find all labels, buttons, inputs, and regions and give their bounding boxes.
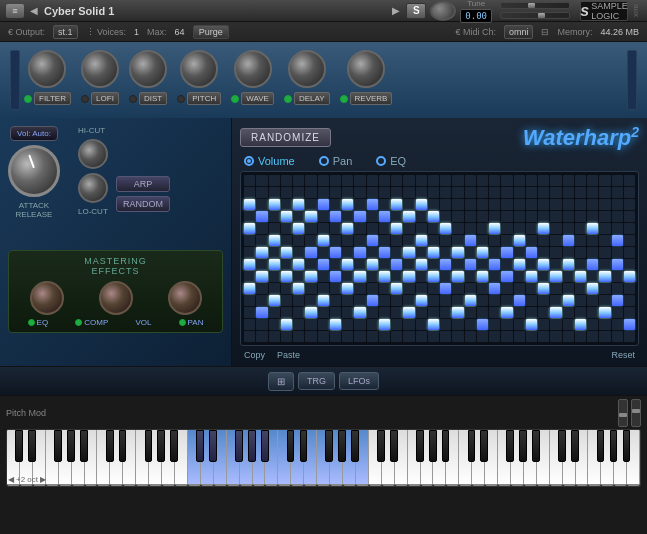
tune-slider-1[interactable] <box>500 2 570 9</box>
step-cell[interactable] <box>624 187 635 198</box>
step-cell[interactable] <box>256 223 267 234</box>
step-cell[interactable] <box>526 235 537 246</box>
step-cell[interactable] <box>379 211 390 222</box>
step-cell[interactable] <box>428 295 439 306</box>
black-key[interactable] <box>170 430 178 462</box>
step-cell[interactable] <box>244 283 255 294</box>
step-cell[interactable] <box>367 223 378 234</box>
step-cell[interactable] <box>305 331 316 342</box>
step-cell[interactable] <box>354 235 365 246</box>
step-cell[interactable] <box>428 211 439 222</box>
step-cell[interactable] <box>575 187 586 198</box>
step-cell[interactable] <box>391 295 402 306</box>
step-cell[interactable] <box>379 319 390 330</box>
step-cell[interactable] <box>575 307 586 318</box>
step-cell[interactable] <box>256 187 267 198</box>
step-cell[interactable] <box>330 223 341 234</box>
step-cell[interactable] <box>416 211 427 222</box>
step-cell[interactable] <box>342 295 353 306</box>
step-cell[interactable] <box>526 283 537 294</box>
step-cell[interactable] <box>501 223 512 234</box>
pitch-slider-1[interactable] <box>618 399 628 427</box>
step-cell[interactable] <box>416 199 427 210</box>
step-cell[interactable] <box>599 187 610 198</box>
step-cell[interactable] <box>244 271 255 282</box>
step-cell[interactable] <box>269 223 280 234</box>
step-cell[interactable] <box>612 211 623 222</box>
step-cell[interactable] <box>465 319 476 330</box>
output-dropdown[interactable]: st.1 <box>53 25 78 39</box>
randomize-button[interactable]: RANDOMIZE <box>240 128 331 147</box>
step-cell[interactable] <box>403 247 414 258</box>
step-cell[interactable] <box>587 271 598 282</box>
black-key[interactable] <box>623 430 631 462</box>
step-cell[interactable] <box>342 235 353 246</box>
step-cell[interactable] <box>281 307 292 318</box>
black-key[interactable] <box>480 430 488 462</box>
step-cell[interactable] <box>489 283 500 294</box>
step-cell[interactable] <box>428 175 439 186</box>
step-cell[interactable] <box>416 259 427 270</box>
step-cell[interactable] <box>342 331 353 342</box>
step-cell[interactable] <box>550 175 561 186</box>
step-cell[interactable] <box>244 187 255 198</box>
step-cell[interactable] <box>575 211 586 222</box>
octave-arrow-left[interactable]: ◀ <box>8 475 14 484</box>
step-cell[interactable] <box>293 199 304 210</box>
step-cell[interactable] <box>489 187 500 198</box>
tune-slider-2[interactable] <box>500 12 570 19</box>
step-cell[interactable] <box>269 187 280 198</box>
step-cell[interactable] <box>465 283 476 294</box>
step-cell[interactable] <box>391 283 402 294</box>
step-cell[interactable] <box>367 175 378 186</box>
step-cell[interactable] <box>330 211 341 222</box>
black-key[interactable] <box>15 430 23 462</box>
step-cell[interactable] <box>477 175 488 186</box>
scroll-left[interactable] <box>10 50 20 110</box>
step-cell[interactable] <box>305 319 316 330</box>
step-cell[interactable] <box>514 271 525 282</box>
step-cell[interactable] <box>318 247 329 258</box>
preset-arrow-right[interactable]: ▶ <box>390 5 402 16</box>
step-cell[interactable] <box>563 211 574 222</box>
step-cell[interactable] <box>575 223 586 234</box>
step-cell[interactable] <box>538 187 549 198</box>
step-cell[interactable] <box>428 283 439 294</box>
step-cell[interactable] <box>624 295 635 306</box>
step-cell[interactable] <box>403 199 414 210</box>
black-key[interactable] <box>325 430 333 462</box>
step-cell[interactable] <box>269 199 280 210</box>
step-cell[interactable] <box>342 271 353 282</box>
step-cell[interactable] <box>416 175 427 186</box>
step-cell[interactable] <box>379 295 390 306</box>
step-cell[interactable] <box>538 283 549 294</box>
step-cell[interactable] <box>379 283 390 294</box>
filter-knob[interactable] <box>28 50 66 88</box>
step-cell[interactable] <box>403 235 414 246</box>
step-cell[interactable] <box>342 319 353 330</box>
step-cell[interactable] <box>624 307 635 318</box>
step-cell[interactable] <box>514 259 525 270</box>
step-cell[interactable] <box>575 295 586 306</box>
filter-label[interactable]: FILTER <box>34 92 71 105</box>
step-cell[interactable] <box>416 319 427 330</box>
tab-eq[interactable]: EQ <box>376 155 406 167</box>
step-cell[interactable] <box>354 295 365 306</box>
step-cell[interactable] <box>281 247 292 258</box>
step-cell[interactable] <box>587 211 598 222</box>
black-key[interactable] <box>532 430 540 462</box>
step-cell[interactable] <box>428 319 439 330</box>
step-cell[interactable] <box>624 247 635 258</box>
step-cell[interactable] <box>514 235 525 246</box>
step-cell[interactable] <box>501 259 512 270</box>
step-cell[interactable] <box>244 223 255 234</box>
step-cell[interactable] <box>379 223 390 234</box>
step-cell[interactable] <box>428 307 439 318</box>
dist-led[interactable] <box>129 95 137 103</box>
step-cell[interactable] <box>538 331 549 342</box>
step-cell[interactable] <box>452 199 463 210</box>
step-cell[interactable] <box>587 223 598 234</box>
step-cell[interactable] <box>452 235 463 246</box>
step-cell[interactable] <box>550 295 561 306</box>
step-cell[interactable] <box>587 235 598 246</box>
